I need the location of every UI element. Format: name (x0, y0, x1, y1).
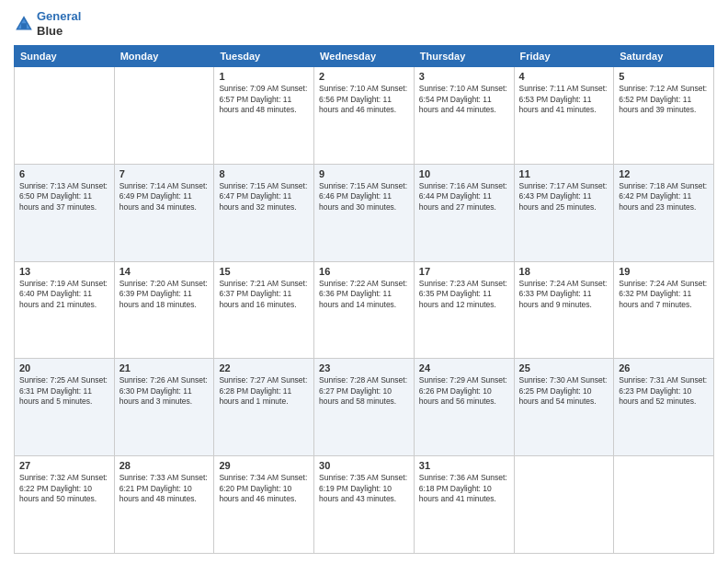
day-cell: 15Sunrise: 7:21 AM Sunset: 6:37 PM Dayli… (214, 261, 314, 359)
day-number: 10 (419, 168, 509, 179)
day-number: 19 (619, 266, 709, 277)
day-number: 5 (619, 71, 709, 82)
weekday-header-friday: Friday (514, 46, 614, 67)
day-cell: 1Sunrise: 7:09 AM Sunset: 6:57 PM Daylig… (214, 67, 314, 165)
day-number: 30 (319, 460, 409, 471)
day-number: 16 (319, 266, 409, 277)
day-number: 18 (519, 266, 609, 277)
day-info: Sunrise: 7:18 AM Sunset: 6:42 PM Dayligh… (619, 181, 709, 213)
day-number: 7 (119, 168, 210, 179)
week-row-5: 27Sunrise: 7:32 AM Sunset: 6:22 PM Dayli… (15, 456, 714, 554)
weekday-header-tuesday: Tuesday (214, 46, 314, 67)
day-cell: 7Sunrise: 7:14 AM Sunset: 6:49 PM Daylig… (114, 164, 214, 261)
day-cell (114, 67, 214, 165)
day-info: Sunrise: 7:32 AM Sunset: 6:22 PM Dayligh… (19, 473, 109, 504)
day-info: Sunrise: 7:20 AM Sunset: 6:39 PM Dayligh… (119, 279, 210, 310)
day-cell: 2Sunrise: 7:10 AM Sunset: 6:56 PM Daylig… (314, 67, 415, 165)
day-info: Sunrise: 7:21 AM Sunset: 6:37 PM Dayligh… (219, 279, 309, 310)
day-cell: 19Sunrise: 7:24 AM Sunset: 6:32 PM Dayli… (614, 261, 714, 359)
logo-line1: General (37, 9, 81, 24)
day-info: Sunrise: 7:26 AM Sunset: 6:30 PM Dayligh… (119, 375, 210, 407)
day-number: 6 (19, 168, 109, 179)
day-info: Sunrise: 7:11 AM Sunset: 6:53 PM Dayligh… (519, 84, 609, 115)
day-cell: 8Sunrise: 7:15 AM Sunset: 6:47 PM Daylig… (214, 164, 314, 261)
week-row-1: 1Sunrise: 7:09 AM Sunset: 6:57 PM Daylig… (15, 67, 714, 165)
day-info: Sunrise: 7:35 AM Sunset: 6:19 PM Dayligh… (319, 473, 409, 504)
calendar-table: SundayMondayTuesdayWednesdayThursdayFrid… (14, 45, 714, 554)
day-number: 26 (619, 362, 709, 373)
day-info: Sunrise: 7:34 AM Sunset: 6:20 PM Dayligh… (219, 473, 309, 504)
day-cell: 27Sunrise: 7:32 AM Sunset: 6:22 PM Dayli… (15, 456, 115, 554)
day-cell: 11Sunrise: 7:17 AM Sunset: 6:43 PM Dayli… (514, 164, 614, 261)
weekday-header-saturday: Saturday (614, 46, 714, 67)
day-number: 23 (319, 362, 409, 373)
day-cell: 18Sunrise: 7:24 AM Sunset: 6:33 PM Dayli… (514, 261, 614, 359)
weekday-header-monday: Monday (114, 46, 214, 67)
day-number: 12 (619, 168, 709, 179)
week-row-4: 20Sunrise: 7:25 AM Sunset: 6:31 PM Dayli… (15, 359, 714, 456)
day-info: Sunrise: 7:17 AM Sunset: 6:43 PM Dayligh… (519, 181, 609, 213)
day-number: 1 (219, 71, 309, 82)
day-info: Sunrise: 7:19 AM Sunset: 6:40 PM Dayligh… (19, 279, 109, 310)
day-cell: 30Sunrise: 7:35 AM Sunset: 6:19 PM Dayli… (314, 456, 415, 554)
day-number: 3 (419, 71, 509, 82)
day-cell: 4Sunrise: 7:11 AM Sunset: 6:53 PM Daylig… (514, 67, 614, 165)
day-cell: 13Sunrise: 7:19 AM Sunset: 6:40 PM Dayli… (15, 261, 115, 359)
day-number: 24 (419, 362, 509, 373)
svg-rect-2 (21, 23, 27, 29)
day-info: Sunrise: 7:36 AM Sunset: 6:18 PM Dayligh… (419, 473, 509, 504)
weekday-header-wednesday: Wednesday (314, 46, 415, 67)
day-info: Sunrise: 7:15 AM Sunset: 6:46 PM Dayligh… (319, 181, 409, 213)
logo-line2: Blue (37, 24, 81, 39)
page: General Blue SundayMondayTuesdayWednesda… (0, 0, 728, 563)
week-row-3: 13Sunrise: 7:19 AM Sunset: 6:40 PM Dayli… (15, 261, 714, 359)
weekday-header-thursday: Thursday (414, 46, 514, 67)
day-info: Sunrise: 7:24 AM Sunset: 6:33 PM Dayligh… (519, 279, 609, 310)
day-cell: 12Sunrise: 7:18 AM Sunset: 6:42 PM Dayli… (614, 164, 714, 261)
day-info: Sunrise: 7:27 AM Sunset: 6:28 PM Dayligh… (219, 375, 309, 407)
day-cell: 16Sunrise: 7:22 AM Sunset: 6:36 PM Dayli… (314, 261, 415, 359)
day-cell (15, 67, 115, 165)
day-cell (514, 456, 614, 554)
day-info: Sunrise: 7:25 AM Sunset: 6:31 PM Dayligh… (19, 375, 109, 407)
day-cell: 24Sunrise: 7:29 AM Sunset: 6:26 PM Dayli… (414, 359, 514, 456)
day-info: Sunrise: 7:14 AM Sunset: 6:49 PM Dayligh… (119, 181, 210, 213)
day-cell: 31Sunrise: 7:36 AM Sunset: 6:18 PM Dayli… (414, 456, 514, 554)
day-cell: 3Sunrise: 7:10 AM Sunset: 6:54 PM Daylig… (414, 67, 514, 165)
day-cell: 14Sunrise: 7:20 AM Sunset: 6:39 PM Dayli… (114, 261, 214, 359)
day-cell: 29Sunrise: 7:34 AM Sunset: 6:20 PM Dayli… (214, 456, 314, 554)
day-number: 28 (119, 460, 210, 471)
day-cell: 28Sunrise: 7:33 AM Sunset: 6:21 PM Dayli… (114, 456, 214, 554)
day-info: Sunrise: 7:16 AM Sunset: 6:44 PM Dayligh… (419, 181, 509, 213)
day-number: 22 (219, 362, 309, 373)
weekday-header-row: SundayMondayTuesdayWednesdayThursdayFrid… (15, 46, 714, 67)
day-cell: 5Sunrise: 7:12 AM Sunset: 6:52 PM Daylig… (614, 67, 714, 165)
day-cell: 22Sunrise: 7:27 AM Sunset: 6:28 PM Dayli… (214, 359, 314, 456)
day-number: 11 (519, 168, 609, 179)
day-info: Sunrise: 7:13 AM Sunset: 6:50 PM Dayligh… (19, 181, 109, 213)
day-info: Sunrise: 7:30 AM Sunset: 6:25 PM Dayligh… (519, 375, 609, 407)
day-cell: 23Sunrise: 7:28 AM Sunset: 6:27 PM Dayli… (314, 359, 415, 456)
day-cell (614, 456, 714, 554)
day-number: 21 (119, 362, 210, 373)
day-number: 14 (119, 266, 210, 277)
header: General Blue (14, 9, 714, 38)
day-cell: 9Sunrise: 7:15 AM Sunset: 6:46 PM Daylig… (314, 164, 415, 261)
weekday-header-sunday: Sunday (15, 46, 115, 67)
day-info: Sunrise: 7:33 AM Sunset: 6:21 PM Dayligh… (119, 473, 210, 504)
week-row-2: 6Sunrise: 7:13 AM Sunset: 6:50 PM Daylig… (15, 164, 714, 261)
day-info: Sunrise: 7:24 AM Sunset: 6:32 PM Dayligh… (619, 279, 709, 310)
day-info: Sunrise: 7:22 AM Sunset: 6:36 PM Dayligh… (319, 279, 409, 310)
day-cell: 26Sunrise: 7:31 AM Sunset: 6:23 PM Dayli… (614, 359, 714, 456)
logo-icon (14, 14, 34, 34)
day-number: 17 (419, 266, 509, 277)
day-number: 13 (19, 266, 109, 277)
day-number: 15 (219, 266, 309, 277)
logo: General Blue (14, 9, 81, 38)
day-cell: 17Sunrise: 7:23 AM Sunset: 6:35 PM Dayli… (414, 261, 514, 359)
day-info: Sunrise: 7:12 AM Sunset: 6:52 PM Dayligh… (619, 84, 709, 115)
day-cell: 10Sunrise: 7:16 AM Sunset: 6:44 PM Dayli… (414, 164, 514, 261)
day-info: Sunrise: 7:23 AM Sunset: 6:35 PM Dayligh… (419, 279, 509, 310)
day-number: 8 (219, 168, 309, 179)
day-number: 2 (319, 71, 409, 82)
